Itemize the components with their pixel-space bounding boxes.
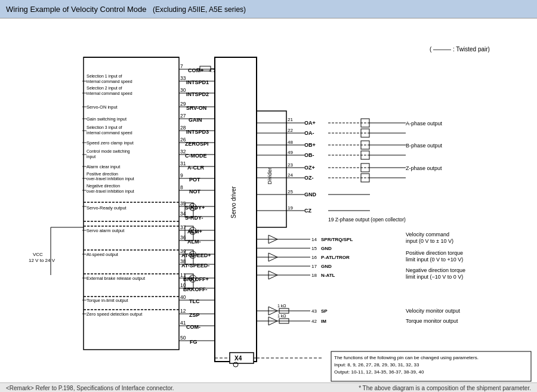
svg-text:The functions of the following: The functions of the following pin can b… (334, 355, 479, 360)
svg-text:BRKOFF-: BRKOFF- (183, 286, 208, 292)
svg-text:over-travel inhibition input: over-travel inhibition input (87, 189, 134, 194)
svg-text:( ——— : Twisted pair): ( ——— : Twisted pair) (430, 46, 490, 53)
svg-text:COM+: COM+ (188, 67, 203, 73)
svg-text:GAIN: GAIN (189, 117, 202, 123)
svg-text:Selection 1 input of: Selection 1 input of (87, 74, 122, 79)
svg-text:50: 50 (180, 335, 186, 341)
svg-text:limit input (0 V to +10 V): limit input (0 V to +10 V) (406, 257, 463, 263)
svg-text:Torque in-limit output: Torque in-limit output (87, 298, 129, 303)
svg-text:NOT: NOT (189, 189, 201, 195)
svg-text:C-MODE: C-MODE (185, 153, 207, 159)
svg-text:Gain switching input: Gain switching input (87, 116, 127, 122)
svg-text:18: 18 (311, 273, 317, 278)
svg-text:31: 31 (180, 160, 186, 166)
svg-text:30: 30 (180, 87, 186, 93)
svg-text:COM-: COM- (186, 324, 200, 330)
wiring-diagram-svg: ( ——— : Twisted pair) 7 COM+ 33 INTSPD1 … (0, 18, 537, 382)
svg-text:Alarm clear input: Alarm clear input (87, 164, 121, 169)
diagram-area: ( ——— : Twisted pair) 7 COM+ 33 INTSPD1 … (0, 18, 537, 382)
title-bar: Wiring Example of Velocity Control Mode … (0, 0, 537, 18)
svg-text:ZSP: ZSP (189, 312, 200, 318)
svg-text:OA-: OA- (304, 130, 314, 136)
svg-text:AT-SPEED-: AT-SPEED- (181, 263, 209, 268)
svg-text:GND: GND (304, 192, 317, 197)
svg-text:Negative direction: Negative direction (87, 184, 120, 189)
bottom-bar: <Remark> Refer to P.198, Specifications … (0, 382, 537, 392)
page-container: Wiring Example of Velocity Control Mode … (0, 0, 537, 392)
svg-text:Selection 2 input of: Selection 2 input of (87, 86, 122, 91)
svg-text:internal command speed: internal command speed (87, 91, 132, 96)
svg-text:Speed zero clamp input: Speed zero clamp input (87, 140, 134, 146)
svg-text:23: 23 (288, 162, 293, 168)
svg-text:Positive direction: Positive direction (87, 172, 118, 176)
svg-text:Zero speed detection output: Zero speed detection output (87, 311, 143, 317)
svg-text:Z-phase output: Z-phase output (406, 165, 442, 171)
svg-text:P-ATL/TROR: P-ATL/TROR (321, 255, 350, 260)
svg-text:INTSPD2: INTSPD2 (186, 91, 209, 97)
svg-text:17: 17 (311, 264, 317, 269)
svg-text:16: 16 (311, 255, 317, 260)
svg-text:48: 48 (288, 140, 293, 145)
svg-text:Servo alarm output: Servo alarm output (87, 228, 125, 233)
svg-text:27: 27 (180, 113, 186, 119)
svg-text:40: 40 (180, 294, 186, 300)
svg-text:GND: GND (321, 264, 332, 269)
svg-text:A-phase output: A-phase output (406, 121, 443, 126)
svg-text:Negative direction torque: Negative direction torque (406, 267, 465, 273)
svg-text:A-CLR: A-CLR (187, 165, 204, 171)
svg-text:Positive direction torque: Positive direction torque (406, 250, 463, 256)
svg-text:9: 9 (180, 172, 183, 178)
svg-text:S-RDY-: S-RDY- (185, 215, 203, 221)
svg-text:24: 24 (288, 172, 293, 178)
svg-rect-2 (84, 57, 179, 350)
svg-text:over-travel inhibition input: over-travel inhibition input (87, 177, 134, 181)
svg-text:Output: 10-11, 12, 34-35, 36-3: Output: 10-11, 12, 34-35, 36-37, 38-39, … (334, 369, 424, 375)
svg-text:Velocity command: Velocity command (406, 232, 449, 237)
svg-text:12: 12 (180, 308, 186, 314)
svg-text:41: 41 (180, 320, 186, 326)
svg-text:12 V to 24 V: 12 V to 24 V (29, 258, 55, 263)
svg-text:N-ATL: N-ATL (321, 273, 335, 278)
svg-text:1 kΩ: 1 kΩ (277, 314, 286, 318)
svg-text:19: 19 (288, 205, 293, 211)
svg-text:Selection 3 input of: Selection 3 input of (87, 125, 122, 130)
svg-text:External brake release output: External brake release output (87, 276, 146, 281)
svg-text:Servo-Ready output: Servo-Ready output (87, 205, 127, 211)
title-sub: (Excluding A5IIE, A5E series) (153, 5, 246, 14)
svg-text:B-phase output: B-phase output (406, 143, 443, 149)
svg-text:input (0 V to ± 10 V): input (0 V to ± 10 V) (406, 238, 453, 244)
svg-text:TLC: TLC (189, 298, 200, 304)
svg-text:X4: X4 (234, 355, 242, 362)
remark-text: <Remark> Refer to P.198, Specifications … (6, 385, 174, 391)
svg-text:OA+: OA+ (304, 120, 316, 126)
svg-text:SRV-ON: SRV-ON (186, 105, 206, 111)
svg-text:43: 43 (311, 308, 317, 314)
svg-text:Servo driver: Servo driver (230, 186, 237, 218)
svg-text:1 kΩ: 1 kΩ (277, 304, 286, 308)
svg-text:At-speed output: At-speed output (87, 252, 119, 257)
svg-text:OB-: OB- (304, 152, 314, 158)
shipment-note: * The above diagram is a composition of … (359, 385, 531, 391)
svg-text:28: 28 (180, 125, 186, 131)
svg-text:8: 8 (180, 184, 183, 190)
svg-text:internal command speed: internal command speed (87, 79, 132, 84)
svg-text:Servo-ON input: Servo-ON input (87, 104, 118, 110)
svg-text:33: 33 (180, 75, 186, 81)
svg-text:15: 15 (311, 246, 317, 251)
svg-text:OB+: OB+ (304, 142, 316, 148)
svg-text:OZ-: OZ- (304, 175, 314, 181)
svg-text:limit input (−10 V to 0 V): limit input (−10 V to 0 V) (406, 274, 463, 280)
svg-text:GND: GND (321, 246, 332, 251)
svg-text:POT: POT (189, 177, 200, 183)
svg-text:input: input (87, 155, 95, 159)
svg-text:14: 14 (311, 237, 317, 242)
svg-text:49: 49 (288, 150, 293, 155)
title-main: Wiring Example of Velocity Control Mode (6, 5, 147, 14)
svg-text:ALM-: ALM- (187, 239, 201, 245)
svg-text:SP: SP (321, 308, 328, 314)
svg-text:INTSPD3: INTSPD3 (186, 129, 209, 135)
svg-text:internal command speed: internal command speed (87, 131, 132, 135)
svg-text:Divider: Divider (267, 168, 273, 184)
svg-text:22: 22 (288, 128, 293, 133)
svg-text:25: 25 (288, 189, 293, 195)
